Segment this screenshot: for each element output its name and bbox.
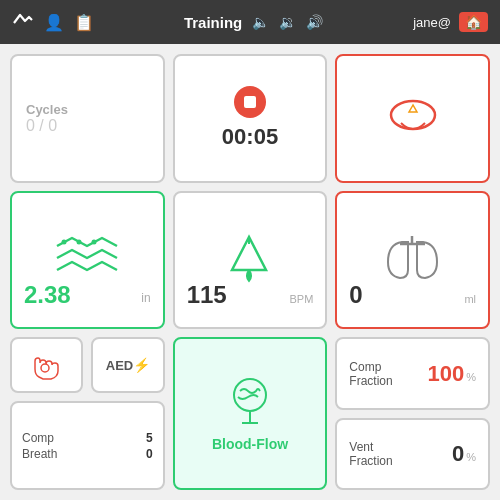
stats-card: Comp 5 Breath 0 xyxy=(10,401,165,490)
depth-card: 2.38 in xyxy=(10,191,165,330)
volume-high-icon[interactable]: 🔊 xyxy=(306,14,323,30)
cycles-value: 0 / 0 xyxy=(26,117,57,135)
vent-fraction-unit: % xyxy=(466,451,476,463)
vent-fraction-labels: Vent Fraction xyxy=(349,440,392,468)
bottom-left-section: AED ⚡ Comp 5 Breath 0 xyxy=(10,337,165,490)
breath-label: Breath xyxy=(22,447,57,461)
ml-unit: ml xyxy=(464,293,476,305)
header-title: Training xyxy=(184,14,242,31)
vent-fraction-card: Vent Fraction 0 % xyxy=(335,418,490,490)
header: 👤 📋 Training 🔈 🔉 🔊 jane@ 🏠 xyxy=(0,0,500,44)
bloodflow-card[interactable]: Blood-Flow xyxy=(173,337,328,490)
aed-button[interactable]: AED ⚡ xyxy=(91,337,164,393)
cpr-hand-button[interactable] xyxy=(10,337,83,393)
logo-icon xyxy=(12,9,34,36)
comp-label: Comp xyxy=(22,431,54,445)
user-icon[interactable]: 👤 xyxy=(44,13,64,32)
comp-fraction-card: Comp Fraction 100 % xyxy=(335,337,490,409)
stop-button[interactable] xyxy=(234,86,266,118)
comp-value: 5 xyxy=(146,431,153,445)
bpm-icon xyxy=(222,232,277,287)
username: jane@ xyxy=(413,15,451,30)
svg-point-8 xyxy=(41,364,49,372)
ml-value: 0 xyxy=(349,281,362,309)
lungs-icon xyxy=(380,234,445,286)
airway-card xyxy=(335,54,490,183)
fractions-column: Comp Fraction 100 % Vent Fraction 0 % xyxy=(335,337,490,490)
vent-fraction-row: Vent Fraction 0 % xyxy=(349,440,476,468)
comp-fraction-label: Comp xyxy=(349,360,392,374)
bloodflow-label: Blood-Flow xyxy=(212,436,288,452)
airway-icon xyxy=(383,93,443,143)
compression-waves-icon xyxy=(52,232,122,287)
bpm-value: 115 xyxy=(187,281,227,309)
comp-fraction-value-group: 100 % xyxy=(428,361,477,387)
doc-icon[interactable]: 📋 xyxy=(74,13,94,32)
cycles-card: Cycles 0 / 0 xyxy=(10,54,165,183)
comp-fraction-value: 100 xyxy=(428,361,465,387)
comp-fraction-unit: % xyxy=(466,371,476,383)
main-grid: Cycles 0 / 0 00:05 2.38 in xyxy=(0,44,500,500)
cycles-label: Cycles xyxy=(26,102,68,117)
comp-fraction-sub: Fraction xyxy=(349,374,392,388)
timer-value: 00:05 xyxy=(222,124,278,150)
bpm-unit: BPM xyxy=(289,293,313,305)
home-button[interactable]: 🏠 xyxy=(459,12,488,32)
header-left: 👤 📋 xyxy=(12,9,94,36)
breath-value: 0 xyxy=(146,447,153,461)
comp-fraction-labels: Comp Fraction xyxy=(349,360,392,388)
svg-marker-1 xyxy=(409,105,417,112)
comp-fraction-row: Comp Fraction 100 % xyxy=(349,360,476,388)
aed-bolt-icon: ⚡ xyxy=(133,357,150,373)
header-center: Training 🔈 🔉 🔊 xyxy=(184,14,323,31)
volume-med-icon[interactable]: 🔉 xyxy=(279,14,296,30)
lungs-card: 0 ml xyxy=(335,191,490,330)
timer-card: 00:05 xyxy=(173,54,328,183)
bpm-card: 115 BPM xyxy=(173,191,328,330)
stop-icon xyxy=(244,96,256,108)
depth-unit: in xyxy=(141,291,150,305)
depth-value: 2.38 xyxy=(24,281,71,309)
svg-point-3 xyxy=(77,240,82,245)
vent-fraction-sub: Fraction xyxy=(349,454,392,468)
comp-stat-row: Comp 5 xyxy=(22,431,153,445)
vent-fraction-label: Vent xyxy=(349,440,392,454)
hand-icon xyxy=(29,347,65,383)
svg-point-4 xyxy=(92,240,97,245)
volume-low-icon[interactable]: 🔈 xyxy=(252,14,269,30)
aed-label: AED xyxy=(106,358,133,373)
brain-icon xyxy=(220,375,280,430)
breath-stat-row: Breath 0 xyxy=(22,447,153,461)
header-right: jane@ 🏠 xyxy=(413,12,488,32)
vent-fraction-value: 0 xyxy=(452,441,464,467)
svg-point-2 xyxy=(62,240,67,245)
action-row: AED ⚡ xyxy=(10,337,165,393)
vent-fraction-value-group: 0 % xyxy=(452,441,476,467)
